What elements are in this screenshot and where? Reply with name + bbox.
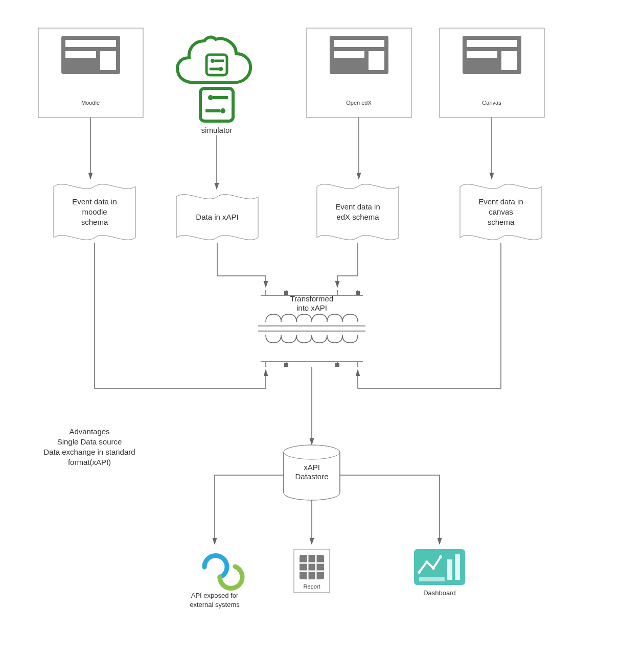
- event-canvas-l1: Event data in: [478, 197, 523, 206]
- svg-rect-19: [467, 51, 497, 58]
- event-canvas-l2: canvas: [489, 207, 513, 216]
- advantages-block: Advantages Single Data source Data excha…: [43, 427, 135, 466]
- svg-point-39: [425, 560, 428, 564]
- datastore: xAPI Datastore: [284, 445, 340, 500]
- output-dashboard: Dashboard: [414, 549, 465, 597]
- svg-rect-3: [65, 51, 96, 58]
- svg-point-7: [219, 67, 223, 71]
- svg-point-9: [208, 95, 213, 100]
- output-api-l2: external systems: [190, 601, 240, 608]
- output-api-l1: API exposed for: [191, 592, 239, 599]
- event-xapi: Data in xAPI: [176, 195, 258, 240]
- output-dashboard-label: Dashboard: [423, 589, 456, 597]
- event-canvas-l3: schema: [488, 218, 515, 226]
- conn-xapi-to-transformer: [217, 243, 266, 287]
- event-moodle: Event data in moodle schema: [54, 184, 135, 240]
- source-simulator: simulator: [177, 37, 250, 134]
- svg-rect-15: [369, 51, 384, 70]
- svg-rect-5: [206, 55, 227, 75]
- arrow-ds-to-dashboard: [340, 475, 440, 544]
- svg-point-38: [418, 571, 421, 574]
- svg-point-41: [439, 555, 442, 558]
- svg-point-40: [432, 567, 435, 570]
- svg-rect-25: [284, 363, 288, 367]
- datastore-l1: xAPI: [304, 463, 320, 472]
- output-api: [204, 556, 242, 589]
- source-openedx: Open edX: [307, 28, 411, 118]
- source-canvas-label: Canvas: [482, 100, 501, 106]
- svg-rect-4: [100, 51, 116, 70]
- svg-rect-13: [334, 40, 384, 47]
- svg-rect-14: [334, 51, 364, 58]
- source-canvas: Canvas: [440, 28, 544, 118]
- svg-rect-24: [356, 291, 360, 295]
- datastore-l2: Datastore: [295, 472, 328, 481]
- conn-moodle-to-transformer: [95, 243, 266, 388]
- advantages-l2: Single Data source: [57, 437, 122, 446]
- svg-rect-18: [467, 40, 517, 47]
- arrow-ds-to-api: [215, 475, 284, 544]
- event-xapi-l1: Data in xAPI: [196, 213, 238, 221]
- event-moodle-l2: moodle: [82, 207, 107, 216]
- source-moodle: Moodle: [38, 28, 143, 118]
- svg-rect-43: [455, 554, 460, 580]
- conn-edx-to-transformer: [337, 243, 358, 287]
- event-canvas: Event data in canvas schema: [460, 184, 542, 240]
- advantages-l3: Data exchange in standard: [43, 448, 135, 456]
- advantages-l4: format(xAPI): [68, 458, 111, 466]
- event-edx-l2: edX schema: [336, 213, 379, 221]
- event-moodle-l1: Event data in: [72, 197, 117, 206]
- event-moodle-l3: schema: [81, 218, 108, 226]
- svg-rect-20: [501, 51, 517, 70]
- svg-rect-44: [419, 577, 445, 581]
- svg-rect-32: [300, 555, 324, 579]
- advantages-title: Advantages: [69, 427, 109, 436]
- output-report: Report: [294, 549, 330, 593]
- output-report-label: Report: [303, 583, 320, 590]
- conn-canvas-to-transformer: [358, 243, 501, 388]
- transformer: Transformed into xAPI: [258, 290, 365, 367]
- svg-rect-42: [447, 559, 452, 580]
- source-openedx-label: Open edX: [346, 100, 372, 106]
- source-moodle-label: Moodle: [81, 100, 100, 106]
- transformer-l2: into xAPI: [296, 303, 327, 312]
- event-edx: Event data in edX schema: [317, 184, 399, 240]
- svg-rect-2: [65, 40, 116, 47]
- svg-rect-23: [284, 291, 288, 295]
- svg-point-6: [211, 59, 215, 63]
- svg-point-10: [220, 108, 225, 113]
- source-simulator-label: simulator: [201, 126, 233, 134]
- svg-rect-8: [200, 88, 233, 121]
- architecture-diagram: Moodle simulator Open: [0, 0, 644, 657]
- event-edx-l1: Event data in: [335, 202, 380, 211]
- svg-rect-26: [335, 363, 339, 367]
